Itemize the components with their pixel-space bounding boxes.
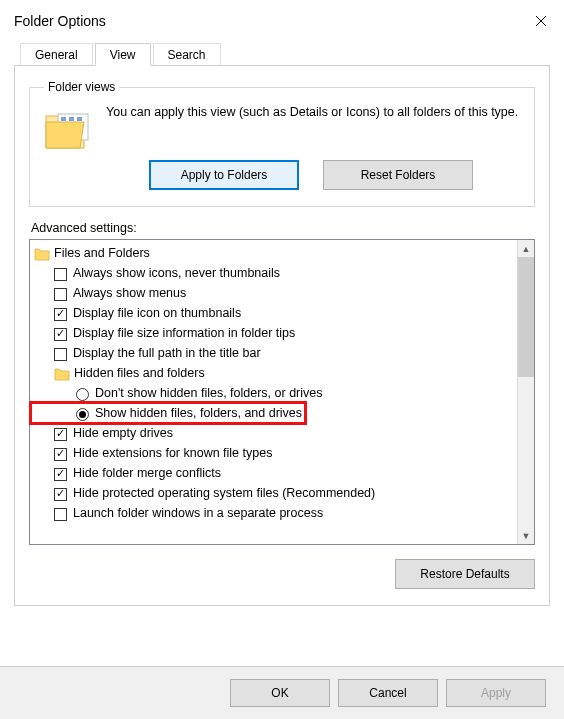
- tree-label: Display file icon on thumbnails: [73, 304, 241, 323]
- reset-folders-button[interactable]: Reset Folders: [323, 160, 473, 190]
- folder-views-group: Folder views You can apply this view (su…: [29, 80, 535, 207]
- svg-rect-2: [69, 117, 74, 121]
- scrollbar[interactable]: ▲ ▼: [517, 240, 534, 544]
- tree-checkbox-item[interactable]: Display the full path in the title bar: [32, 344, 515, 364]
- close-icon: [535, 15, 547, 27]
- folder-views-icon: [44, 108, 92, 150]
- checkbox-icon: [54, 428, 67, 441]
- window-title: Folder Options: [14, 13, 106, 29]
- checkbox-icon: [54, 488, 67, 501]
- tab-search[interactable]: Search: [153, 43, 221, 66]
- tree-label: Always show menus: [73, 284, 186, 303]
- tab-general[interactable]: General: [20, 43, 93, 66]
- tree-label: Don't show hidden files, folders, or dri…: [95, 384, 323, 403]
- tree-label: Launch folder windows in a separate proc…: [73, 504, 323, 523]
- tree-label: Always show icons, never thumbnails: [73, 264, 280, 283]
- tree-radio-item[interactable]: Don't show hidden files, folders, or dri…: [32, 384, 515, 404]
- checkbox-icon: [54, 508, 67, 521]
- scroll-track[interactable]: [518, 257, 534, 527]
- restore-defaults-button[interactable]: Restore Defaults: [395, 559, 535, 589]
- tree-label: Hide empty drives: [73, 424, 173, 443]
- tree-label: Show hidden files, folders, and drives: [95, 404, 302, 423]
- checkbox-icon: [54, 448, 67, 461]
- tree-label: Files and Folders: [54, 244, 150, 263]
- cancel-button[interactable]: Cancel: [338, 679, 438, 707]
- apply-button[interactable]: Apply: [446, 679, 546, 707]
- scroll-up-icon[interactable]: ▲: [518, 240, 534, 257]
- radio-icon: [76, 388, 89, 401]
- checkbox-icon: [54, 268, 67, 281]
- scroll-thumb[interactable]: [518, 257, 534, 377]
- view-panel: Folder views You can apply this view (su…: [14, 66, 550, 606]
- advanced-settings-tree: Files and FoldersAlways show icons, neve…: [29, 239, 535, 545]
- radio-icon: [76, 408, 89, 421]
- tree-label: Hide folder merge conflicts: [73, 464, 221, 483]
- titlebar: Folder Options: [0, 0, 564, 42]
- tab-strip: General View Search: [0, 42, 564, 66]
- tree-radio-item[interactable]: Show hidden files, folders, and drives: [32, 404, 515, 424]
- tree-checkbox-item[interactable]: Always show menus: [32, 284, 515, 304]
- close-button[interactable]: [518, 6, 564, 36]
- advanced-settings-label: Advanced settings:: [31, 221, 535, 235]
- checkbox-icon: [54, 328, 67, 341]
- tree-label: Hide extensions for known file types: [73, 444, 272, 463]
- svg-rect-3: [77, 117, 82, 121]
- tree-checkbox-item[interactable]: Launch folder windows in a separate proc…: [32, 504, 515, 524]
- tree-checkbox-item[interactable]: Always show icons, never thumbnails: [32, 264, 515, 284]
- scroll-down-icon[interactable]: ▼: [518, 527, 534, 544]
- tree-folder[interactable]: Hidden files and folders: [32, 364, 515, 384]
- tree-folder-root[interactable]: Files and Folders: [32, 244, 515, 264]
- svg-rect-1: [61, 117, 66, 121]
- folder-icon: [54, 367, 70, 381]
- tree-checkbox-item[interactable]: Hide extensions for known file types: [32, 444, 515, 464]
- tree-label: Display file size information in folder …: [73, 324, 295, 343]
- tree-checkbox-item[interactable]: Display file icon on thumbnails: [32, 304, 515, 324]
- apply-to-folders-button[interactable]: Apply to Folders: [149, 160, 299, 190]
- checkbox-icon: [54, 468, 67, 481]
- checkbox-icon: [54, 348, 67, 361]
- checkbox-icon: [54, 308, 67, 321]
- ok-button[interactable]: OK: [230, 679, 330, 707]
- tree-label: Display the full path in the title bar: [73, 344, 261, 363]
- tab-view[interactable]: View: [95, 43, 151, 66]
- tree-label: Hide protected operating system files (R…: [73, 484, 375, 503]
- folder-icon: [34, 247, 50, 261]
- checkbox-icon: [54, 288, 67, 301]
- tree-label: Hidden files and folders: [74, 364, 205, 383]
- tree-checkbox-item[interactable]: Display file size information in folder …: [32, 324, 515, 344]
- tree-checkbox-item[interactable]: Hide empty drives: [32, 424, 515, 444]
- tree-checkbox-item[interactable]: Hide protected operating system files (R…: [32, 484, 515, 504]
- folder-views-text: You can apply this view (such as Details…: [106, 104, 518, 150]
- tree-checkbox-item[interactable]: Hide folder merge conflicts: [32, 464, 515, 484]
- dialog-button-bar: OK Cancel Apply: [0, 666, 564, 719]
- folder-views-legend: Folder views: [44, 80, 119, 94]
